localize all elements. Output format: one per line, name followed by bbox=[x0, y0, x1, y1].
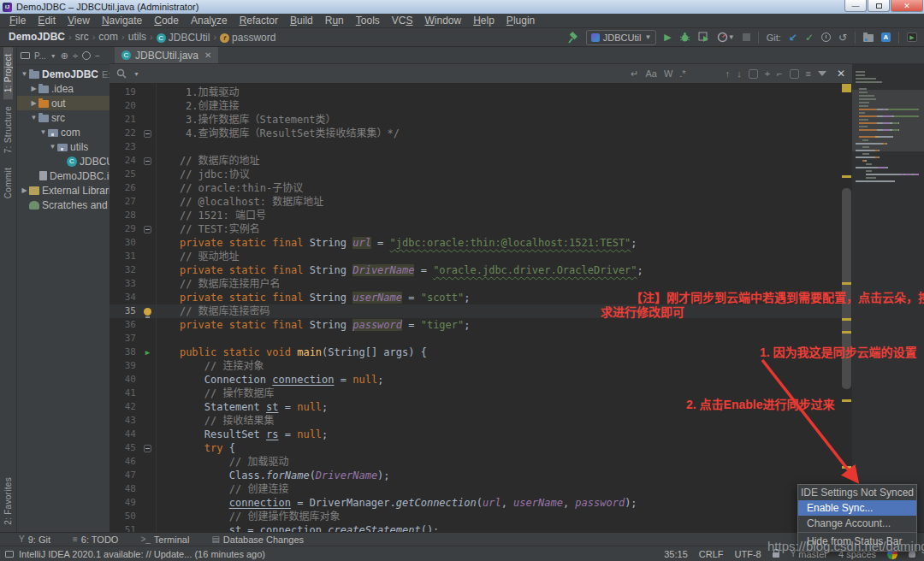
menu-edit[interactable]: Edit bbox=[32, 14, 62, 28]
minimize-button[interactable]: — bbox=[844, 0, 867, 12]
maximize-button[interactable] bbox=[868, 0, 890, 12]
line-number[interactable]: 32 bbox=[110, 263, 140, 277]
menu-tools[interactable]: Tools bbox=[350, 14, 386, 28]
project-structure-folder-icon[interactable] bbox=[863, 34, 874, 42]
line-number[interactable]: 28 bbox=[110, 209, 140, 222]
error-stripe-mark[interactable] bbox=[842, 282, 851, 285]
code-line-36[interactable]: 36 private static final String password … bbox=[110, 318, 842, 332]
tree-chevron-icon[interactable]: ▶ bbox=[29, 85, 38, 92]
line-number[interactable]: 27 bbox=[110, 195, 140, 209]
code-editor[interactable]: 19 1.加载驱动20 2.创建连接21 3.操作数据库（Statement类）… bbox=[110, 84, 842, 532]
tree-chevron-icon[interactable]: ▶ bbox=[29, 99, 38, 107]
filter-funnel-icon[interactable] bbox=[818, 71, 826, 76]
previous-occurrence-icon[interactable]: ↑ bbox=[726, 68, 731, 79]
run-gutter-arrow-icon[interactable]: ▶ bbox=[145, 345, 150, 359]
menu-build[interactable]: Build bbox=[284, 14, 319, 28]
history-clock-icon[interactable] bbox=[821, 32, 831, 42]
tool-window-button-terminal[interactable]: >_Terminal bbox=[140, 534, 189, 545]
line-number[interactable]: 50 bbox=[110, 510, 140, 523]
error-stripe-mark[interactable] bbox=[842, 331, 851, 334]
add-occurrence-icon[interactable]: + bbox=[765, 68, 770, 79]
hide-panel-icon[interactable]: − bbox=[95, 51, 100, 61]
tree-item-out[interactable]: ▶out bbox=[17, 96, 110, 110]
tree-item-src[interactable]: ▼src bbox=[17, 110, 110, 125]
tree-item-external-libraries[interactable]: ▶External Libraries bbox=[17, 183, 110, 198]
tree-item--idea[interactable]: ▶.idea bbox=[17, 81, 110, 96]
locate-icon[interactable]: ⊕ bbox=[61, 50, 68, 62]
fold-icon[interactable] bbox=[144, 445, 151, 452]
tool-window-button-commit[interactable]: Commit bbox=[3, 161, 13, 205]
tree-chevron-icon[interactable]: ▼ bbox=[20, 70, 29, 78]
code-line-48[interactable]: 48 // 创建连接 bbox=[110, 482, 842, 496]
code-line-46[interactable]: 46 // 加载驱动 bbox=[110, 455, 842, 469]
code-line-50[interactable]: 50 // 创建操作数据库对象 bbox=[110, 510, 842, 523]
close-icon[interactable]: ✕ bbox=[837, 68, 845, 80]
line-number[interactable]: 20 bbox=[110, 99, 140, 113]
code-line-20[interactable]: 20 2.创建连接 bbox=[110, 99, 842, 113]
menu-vcs[interactable]: VCS bbox=[386, 14, 419, 28]
update-message[interactable]: IntelliJ IDEA 2020.1 available: // Updat… bbox=[19, 549, 265, 559]
line-number[interactable]: 44 bbox=[110, 428, 140, 441]
code-line-38[interactable]: 38▶ public static void main(String[] arg… bbox=[110, 345, 842, 359]
run-with-coverage-icon[interactable] bbox=[698, 32, 709, 43]
error-stripe-mark[interactable] bbox=[842, 466, 851, 469]
line-number[interactable]: 36 bbox=[110, 318, 140, 332]
select-all-occurrences-icon[interactable] bbox=[790, 69, 799, 79]
code-line-43[interactable]: 43 // 接收结果集 bbox=[110, 414, 842, 428]
tree-item-jdbcutil[interactable]: CJDBCUtil bbox=[17, 154, 110, 168]
code-line-19[interactable]: 19 1.加载驱动 bbox=[110, 86, 842, 99]
error-stripe-mark[interactable] bbox=[842, 175, 851, 178]
caret-position-widget[interactable]: 35:15 bbox=[664, 549, 688, 559]
line-number[interactable]: 48 bbox=[110, 482, 140, 496]
code-line-37[interactable]: 37 bbox=[110, 332, 842, 345]
remove-occurrence-icon[interactable]: ⌐ bbox=[777, 68, 782, 79]
line-number[interactable]: 51 bbox=[110, 523, 140, 532]
menu-run[interactable]: Run bbox=[319, 14, 350, 28]
code-line-28[interactable]: 28 // 1521: 端口号 bbox=[110, 209, 842, 222]
close-icon[interactable]: ✕ bbox=[204, 50, 211, 60]
tool-window-button-project[interactable]: 1: Project bbox=[3, 47, 13, 99]
close-button[interactable]: ✕ bbox=[891, 0, 923, 12]
line-number[interactable]: 49 bbox=[110, 496, 140, 510]
menu-refactor[interactable]: Refactor bbox=[234, 14, 284, 28]
debug-bug-icon[interactable] bbox=[679, 32, 690, 43]
tree-chevron-icon[interactable]: ▼ bbox=[48, 143, 57, 151]
search-input[interactable] bbox=[146, 67, 624, 81]
run-console-icon[interactable]: ▶ bbox=[907, 32, 917, 42]
line-number[interactable]: 35 bbox=[110, 304, 140, 318]
fold-icon[interactable] bbox=[144, 157, 151, 165]
gear-icon[interactable] bbox=[82, 51, 91, 60]
code-line-47[interactable]: 47 Class.forName(DriverName); bbox=[110, 469, 842, 482]
code-line-23[interactable]: 23 bbox=[110, 140, 842, 154]
line-number[interactable]: 40 bbox=[110, 373, 140, 387]
breadcrumb-item-src[interactable]: src bbox=[75, 31, 89, 43]
line-number[interactable]: 37 bbox=[110, 332, 140, 345]
line-number[interactable]: 23 bbox=[110, 140, 140, 154]
lightbulb-icon[interactable] bbox=[144, 308, 151, 316]
line-number[interactable]: 29 bbox=[110, 222, 140, 236]
line-number[interactable]: 21 bbox=[110, 113, 140, 127]
code-line-40[interactable]: 40 Connection connection = null; bbox=[110, 373, 842, 387]
run-configuration-select[interactable]: JDBCUtil ▼ bbox=[586, 30, 657, 45]
line-number[interactable]: 38 bbox=[110, 345, 140, 359]
line-number[interactable]: 41 bbox=[110, 387, 140, 400]
newline-icon[interactable]: ↵ bbox=[631, 68, 638, 80]
line-number[interactable]: 26 bbox=[110, 181, 140, 195]
run-button[interactable]: ▶ bbox=[664, 32, 671, 42]
line-number[interactable]: 25 bbox=[110, 168, 140, 181]
line-number[interactable]: 43 bbox=[110, 414, 140, 428]
tool-window-button-favorites[interactable]: 2: Favorites bbox=[3, 470, 13, 532]
git-commit-check-icon[interactable]: ✓ bbox=[805, 32, 814, 43]
tool-window-button-git-branch[interactable]: Y9: Git bbox=[19, 534, 50, 545]
menu-view[interactable]: View bbox=[62, 14, 96, 28]
line-number[interactable]: 45 bbox=[110, 441, 140, 455]
code-line-29[interactable]: 29 // TEST:实例名 bbox=[110, 222, 842, 236]
popup-item-change-account---[interactable]: Change Account... bbox=[798, 516, 916, 531]
tool-window-button-structure[interactable]: 7: Structure bbox=[3, 99, 13, 160]
tree-chevron-icon[interactable]: ▼ bbox=[29, 114, 38, 121]
tool-window-button-database[interactable]: ▤Database Changes bbox=[211, 534, 304, 545]
tree-item-com[interactable]: ▼com bbox=[17, 125, 110, 139]
tree-item-scratches-and-consoles[interactable]: Scratches and Consoles bbox=[17, 198, 110, 212]
tree-chevron-icon[interactable]: ▶ bbox=[20, 186, 29, 194]
line-number[interactable]: 31 bbox=[110, 250, 140, 263]
